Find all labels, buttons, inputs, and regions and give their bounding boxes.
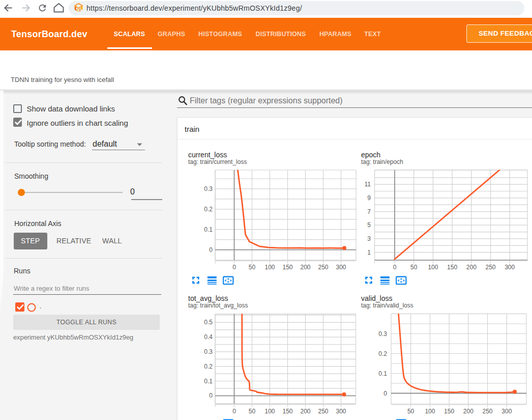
svg-text:0.1: 0.1: [204, 378, 213, 385]
svg-text:0.4: 0.4: [204, 333, 213, 341]
svg-text:3: 3: [367, 235, 371, 242]
svg-text:0: 0: [393, 264, 397, 271]
svg-text:0: 0: [232, 264, 236, 271]
svg-text:150: 150: [444, 408, 454, 415]
svg-text:50: 50: [410, 264, 418, 271]
svg-text:0.2: 0.2: [204, 363, 213, 370]
svg-text:100: 100: [425, 408, 435, 415]
svg-text:150: 150: [282, 264, 292, 271]
svg-text:300: 300: [336, 264, 346, 271]
svg-text:250: 250: [485, 264, 495, 271]
svg-text:0.3: 0.3: [378, 330, 387, 338]
svg-text:300: 300: [501, 408, 512, 415]
svg-text:200: 200: [466, 264, 477, 271]
svg-text:5: 5: [367, 221, 371, 229]
svg-text:0.1: 0.1: [378, 370, 387, 377]
svg-text:0.1: 0.1: [204, 226, 213, 233]
svg-text:150: 150: [447, 264, 457, 271]
svg-text:300: 300: [505, 264, 515, 271]
svg-text:250: 250: [482, 408, 492, 415]
svg-text:11: 11: [365, 181, 371, 188]
svg-text:250: 250: [318, 264, 328, 271]
svg-text:300: 300: [336, 408, 346, 415]
svg-text:0.3: 0.3: [204, 185, 213, 192]
svg-text:7: 7: [367, 208, 371, 215]
svg-text:0: 0: [232, 408, 236, 415]
svg-text:50: 50: [407, 408, 415, 415]
svg-text:100: 100: [264, 408, 275, 415]
svg-text:0: 0: [209, 392, 213, 399]
svg-text:50: 50: [249, 408, 256, 415]
svg-text:50: 50: [249, 264, 256, 271]
svg-text:0.2: 0.2: [378, 350, 387, 357]
svg-text:0: 0: [383, 390, 387, 397]
svg-text:0.2: 0.2: [204, 206, 213, 213]
svg-text:9: 9: [367, 194, 371, 202]
svg-text:100: 100: [264, 264, 275, 271]
svg-text:150: 150: [282, 408, 292, 415]
svg-text:1: 1: [367, 249, 371, 256]
svg-text:200: 200: [300, 264, 310, 271]
svg-text:100: 100: [428, 264, 438, 271]
svg-text:250: 250: [318, 408, 328, 415]
svg-text:200: 200: [300, 408, 310, 415]
svg-text:0.5: 0.5: [204, 319, 213, 326]
svg-text:0.3: 0.3: [204, 348, 213, 355]
svg-text:200: 200: [463, 408, 474, 415]
svg-text:0: 0: [209, 246, 213, 254]
